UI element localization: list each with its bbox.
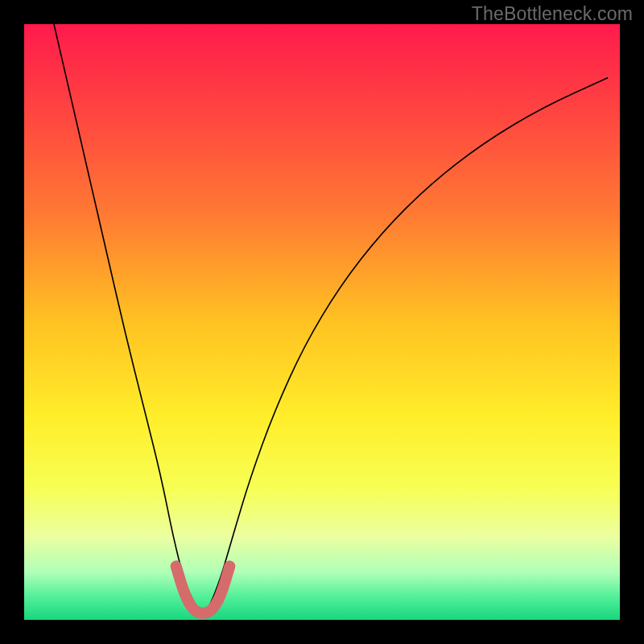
gradient-background (24, 24, 620, 620)
bottleneck-plot (24, 24, 620, 620)
chart-container: TheBottleneck.com (0, 0, 644, 644)
watermark-label: TheBottleneck.com (472, 3, 633, 25)
